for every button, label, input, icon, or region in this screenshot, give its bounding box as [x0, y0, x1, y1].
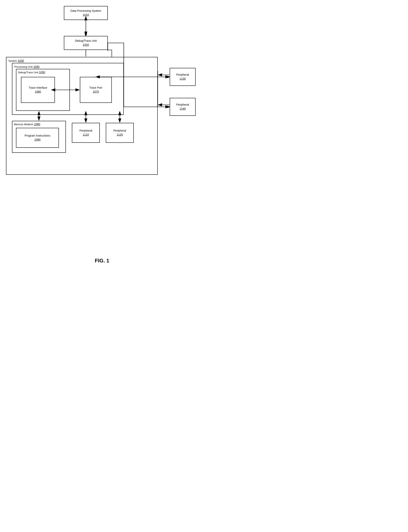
trace-iface-id: 1060	[35, 90, 41, 94]
data-processing-system-box: Data Processing System 1010	[64, 6, 108, 20]
trace-port-id: 1070	[93, 90, 99, 94]
peripheral-1120-box: Peripheral 1120	[106, 123, 134, 143]
p1120-id: 1120	[117, 133, 123, 137]
program-instructions-box: Program Instructions 1090	[16, 128, 59, 148]
p1110-id: 1110	[83, 133, 89, 137]
p1110-label: Peripheral	[79, 129, 92, 133]
trace-port-box: Trace Port 1070	[80, 77, 112, 103]
p1130-id: 1130	[179, 77, 186, 81]
trace-interface-box: Trace Interface 1060	[21, 77, 55, 103]
trace-port-label: Trace Port	[89, 86, 102, 90]
p1140-id: 1140	[179, 107, 186, 111]
peripheral-1130-box: Peripheral 1130	[170, 68, 196, 86]
dps-id: 1010	[83, 13, 89, 17]
debug-trace-unit-top-box: Debug/Trace Unit 1020	[64, 36, 108, 50]
system-label: System 1030	[8, 59, 24, 63]
peripheral-1140-box: Peripheral 1140	[170, 98, 196, 116]
peripheral-1110-box: Peripheral 1110	[72, 123, 100, 143]
p1130-label: Peripheral	[176, 73, 189, 77]
memory-label: Memory Medium 1080	[14, 122, 40, 126]
p1120-label: Peripheral	[113, 129, 126, 133]
dtu-inner-label: Debug/Trace Unit 1050	[18, 70, 45, 75]
dps-label: Data Processing System	[70, 9, 101, 13]
trace-iface-label: Trace Interface	[29, 86, 47, 90]
dtu-top-id: 1020	[83, 43, 89, 47]
pu-label: Processing Unit 1040	[14, 65, 40, 69]
diagram: Data Processing System 1010 Debug/Trace …	[0, 0, 204, 256]
p1140-label: Peripheral	[176, 103, 189, 107]
figure-label: FIG. 1	[0, 256, 204, 264]
prog-instr-id: 1090	[34, 138, 41, 142]
dtu-top-label: Debug/Trace Unit	[75, 39, 97, 43]
prog-instr-label: Program Instructions	[25, 134, 50, 138]
